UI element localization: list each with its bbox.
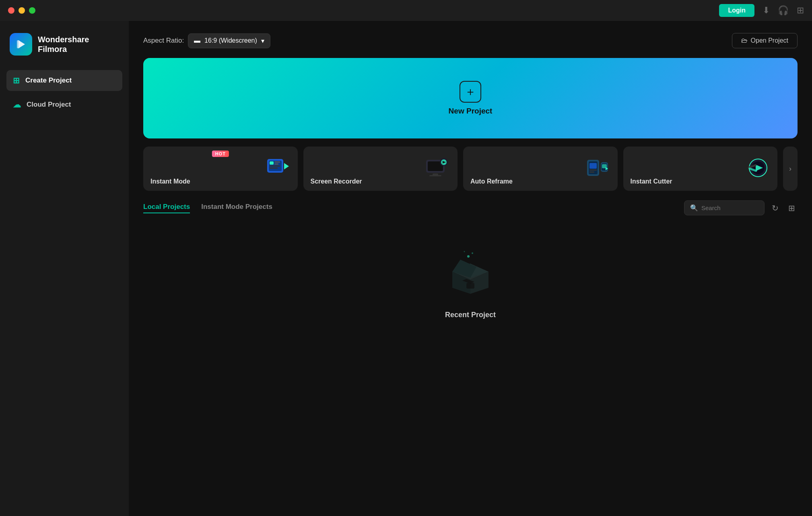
svg-marker-9	[284, 163, 289, 169]
feature-card-instant-mode[interactable]: HOT Instant Mode	[143, 147, 298, 191]
feature-cards: HOT Instant Mode	[143, 147, 798, 191]
new-project-banner[interactable]: ＋ New Project	[143, 58, 798, 138]
svg-rect-16	[429, 175, 441, 176]
search-box[interactable]: 🔍	[684, 200, 765, 215]
empty-state: Recent Project	[143, 223, 798, 335]
top-bar: Aspect Ratio: ▬ 16:9 (Widescreen) ▾ 🗁 Op…	[143, 33, 798, 48]
minimize-window-button[interactable]	[19, 7, 25, 14]
sidebar-item-create-label: Create Project	[25, 76, 72, 85]
titlebar: Login ⬇ 🎧 ⊞	[0, 0, 812, 21]
svg-rect-21	[589, 171, 594, 173]
grid-icon[interactable]: ⊞	[797, 5, 804, 16]
svg-rect-20	[589, 169, 597, 171]
close-window-button[interactable]	[8, 7, 14, 14]
titlebar-right: Login ⬇ 🎧 ⊞	[719, 4, 804, 17]
projects-actions: 🔍 ↻ ⊞	[684, 200, 798, 215]
svg-marker-0	[19, 40, 25, 48]
folder-icon: 🗁	[741, 37, 748, 44]
feature-card-auto-reframe[interactable]: Auto Reframe	[463, 147, 618, 191]
login-button[interactable]: Login	[719, 4, 754, 17]
more-cards-arrow[interactable]: ›	[783, 147, 798, 191]
svg-point-38	[464, 251, 465, 252]
projects-tabs-bar: Local Projects Instant Mode Projects 🔍 ↻…	[143, 200, 798, 215]
aspect-ratio-dropdown[interactable]: ▬ 16:9 (Widescreen) ▾	[188, 33, 270, 48]
sidebar-item-cloud-label: Cloud Project	[27, 101, 71, 109]
sidebar-item-create-project[interactable]: ⊞ Create Project	[6, 70, 122, 91]
grid-view-icon[interactable]: ⊞	[786, 201, 798, 215]
svg-rect-19	[589, 163, 597, 169]
app-name-line1: Wondershare	[38, 35, 89, 44]
empty-state-label: Recent Project	[445, 311, 496, 319]
new-project-plus-icon: ＋	[460, 81, 481, 103]
instant-mode-label: Instant Mode	[150, 178, 291, 185]
svg-point-37	[472, 252, 473, 254]
screen-recorder-label: Screen Recorder	[311, 178, 451, 185]
app-logo: Wondershare Filmora	[6, 29, 122, 67]
svg-point-36	[467, 255, 470, 258]
feature-card-instant-cutter[interactable]: Instant Cutter	[623, 147, 778, 191]
logo-icon	[10, 33, 32, 56]
aspect-ratio-label: Aspect Ratio:	[143, 37, 184, 45]
aspect-ratio-selector: Aspect Ratio: ▬ 16:9 (Widescreen) ▾	[143, 33, 270, 48]
sidebar: Wondershare Filmora ⊞ Create Project ☁ C…	[0, 21, 129, 516]
projects-tabs: Local Projects Instant Mode Projects	[143, 203, 272, 213]
projects-section: Local Projects Instant Mode Projects 🔍 ↻…	[143, 200, 798, 516]
content-area: Aspect Ratio: ▬ 16:9 (Widescreen) ▾ 🗁 Op…	[129, 21, 812, 516]
svg-rect-1	[17, 40, 19, 48]
cloud-project-icon: ☁	[13, 100, 21, 109]
search-input[interactable]	[701, 204, 758, 211]
tab-instant-mode-projects[interactable]: Instant Mode Projects	[201, 203, 272, 213]
download-icon[interactable]: ⬇	[763, 5, 770, 16]
svg-rect-5	[274, 161, 280, 163]
svg-rect-7	[270, 165, 280, 167]
maximize-window-button[interactable]	[29, 7, 35, 14]
headphone-icon[interactable]: 🎧	[778, 5, 789, 16]
new-project-label: New Project	[449, 107, 493, 116]
aspect-dropdown-chevron: ▾	[261, 37, 264, 45]
sidebar-item-cloud-project[interactable]: ☁ Cloud Project	[6, 94, 122, 115]
refresh-icon[interactable]: ↻	[769, 201, 781, 215]
auto-reframe-label: Auto Reframe	[470, 178, 610, 185]
svg-rect-4	[270, 161, 274, 165]
logo-text: Wondershare Filmora	[38, 35, 89, 54]
instant-cutter-label: Instant Cutter	[631, 178, 771, 185]
svg-rect-40	[466, 283, 474, 289]
svg-rect-8	[270, 167, 278, 169]
create-project-icon: ⊞	[13, 76, 20, 85]
empty-box-icon	[444, 248, 497, 305]
main-layout: Wondershare Filmora ⊞ Create Project ☁ C…	[0, 21, 812, 516]
search-icon: 🔍	[690, 204, 698, 212]
aspect-ratio-value: 16:9 (Widescreen)	[204, 37, 257, 44]
hot-badge: HOT	[212, 151, 229, 157]
feature-card-screen-recorder[interactable]: Screen Recorder	[303, 147, 458, 191]
open-project-label: Open Project	[751, 37, 788, 44]
chevron-right-icon: ›	[789, 165, 791, 173]
svg-rect-6	[274, 163, 278, 165]
open-project-button[interactable]: 🗁 Open Project	[732, 33, 798, 48]
tab-local-projects[interactable]: Local Projects	[143, 203, 190, 213]
window-controls	[8, 7, 35, 14]
aspect-ratio-screen-icon: ▬	[194, 37, 200, 44]
app-name-line2: Filmora	[38, 44, 89, 54]
